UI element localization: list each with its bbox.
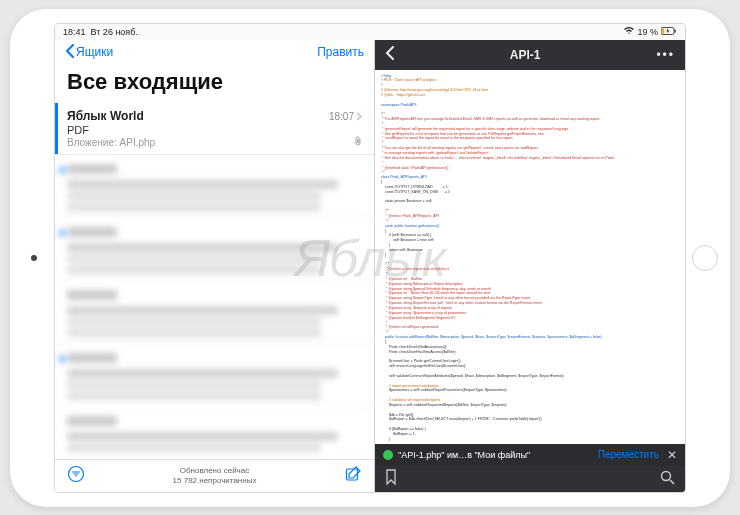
split-view: Ящики Править Все входящие Яблык World 1…: [55, 40, 685, 492]
message-row[interactable]: xxxx: [55, 281, 374, 344]
status-bar: 18:41 Вт 26 нояб. 19 %: [55, 24, 685, 40]
document-pane: API-1 ••• <?php // FILE : Open source AP…: [375, 40, 685, 492]
doc-title: API-1: [510, 48, 541, 62]
message-row-selected[interactable]: Яблык World 18:07 PDF Вложение: API.php: [55, 103, 374, 155]
mailbox-title: Все входящие: [55, 65, 374, 103]
success-dot-icon: [383, 450, 393, 460]
close-banner-button[interactable]: ✕: [667, 448, 677, 462]
message-row[interactable]: xxxx: [55, 155, 374, 218]
message-row[interactable]: xxx: [55, 407, 374, 459]
svg-point-5: [662, 471, 671, 480]
svg-rect-2: [675, 29, 676, 32]
msg-subject: PDF: [67, 124, 362, 136]
status-date: Вт 26 нояб.: [91, 27, 138, 37]
home-button[interactable]: [692, 245, 718, 271]
doc-header: API-1 •••: [375, 40, 685, 70]
msg-sender: Яблык World: [67, 109, 144, 123]
search-button[interactable]: [660, 470, 675, 488]
msg-preview: Вложение: API.php: [67, 137, 155, 148]
doc-back-button[interactable]: [385, 46, 394, 63]
wifi-icon: [624, 27, 634, 37]
compose-button[interactable]: [344, 465, 362, 487]
msg-time: 18:07: [329, 111, 362, 122]
message-row[interactable]: xxxx: [55, 344, 374, 407]
mail-toolbar: Обновлено сейчас 15 782 непрочитанных: [55, 459, 374, 492]
message-row[interactable]: xxxx: [55, 218, 374, 281]
code-view[interactable]: <?php // FILE : Open source API analytic…: [375, 70, 685, 444]
attachment-icon: [354, 136, 362, 148]
status-time: 18:41: [63, 27, 86, 37]
doc-bottom-toolbar: [375, 466, 685, 492]
back-label: Ящики: [76, 45, 113, 59]
back-button[interactable]: Ящики: [65, 44, 113, 61]
move-button[interactable]: Переместить: [598, 449, 659, 460]
filter-button[interactable]: [67, 465, 85, 487]
screen: 18:41 Вт 26 нояб. 19 %: [54, 23, 686, 493]
more-button[interactable]: •••: [656, 48, 675, 62]
ipad-device-frame: 18:41 Вт 26 нояб. 19 %: [10, 9, 730, 507]
banner-text: "API-1.php" им…в "Мои файлы": [398, 450, 530, 460]
chevron-left-icon: [65, 44, 74, 61]
import-banner: "API-1.php" им…в "Мои файлы" Переместить…: [375, 444, 685, 466]
battery-pct: 19 %: [637, 27, 658, 37]
bookmark-button[interactable]: [385, 469, 397, 488]
front-camera: [31, 255, 37, 261]
mail-nav-bar: Ящики Править: [55, 40, 374, 65]
toolbar-status: Обновлено сейчас 15 782 непрочитанных: [173, 466, 257, 485]
mail-pane: Ящики Править Все входящие Яблык World 1…: [55, 40, 375, 492]
battery-icon: [661, 27, 677, 37]
svg-rect-1: [662, 28, 664, 33]
edit-button[interactable]: Править: [317, 45, 364, 59]
